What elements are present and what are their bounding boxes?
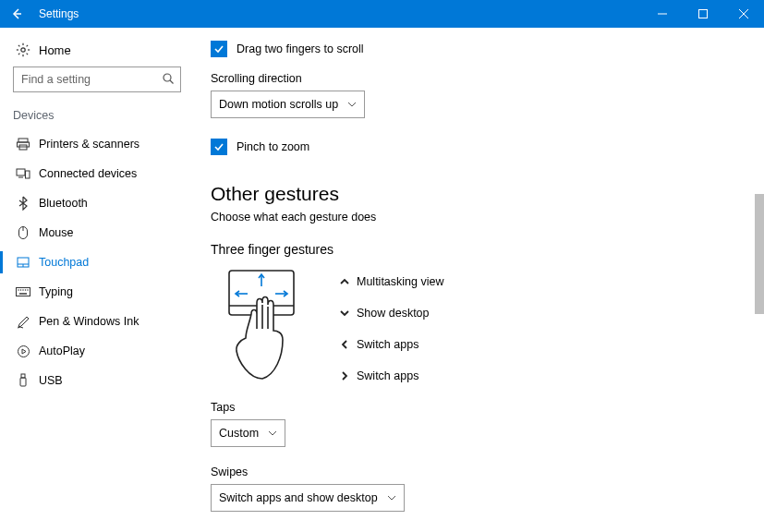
search-placeholder: Find a setting — [21, 73, 91, 86]
sidebar-item-label: USB — [39, 374, 63, 387]
sidebar-item-touchpad[interactable]: Touchpad — [0, 248, 194, 277]
chevron-right-icon — [333, 370, 357, 381]
taps-label: Taps — [211, 401, 736, 414]
sidebar-item-mouse[interactable]: Mouse — [0, 218, 194, 248]
svg-rect-35 — [21, 374, 25, 378]
mouse-icon — [13, 225, 33, 240]
svg-line-12 — [27, 45, 29, 47]
sidebar-item-label: Mouse — [39, 226, 74, 239]
taps-select[interactable]: Custom — [211, 419, 285, 447]
bluetooth-icon — [13, 196, 33, 211]
scrollbar-thumb[interactable] — [755, 194, 764, 314]
three-finger-illustration — [211, 266, 321, 392]
gesture-left-row: Switch apps — [333, 329, 443, 360]
check-icon — [213, 141, 224, 152]
sidebar-item-typing[interactable]: Typing — [0, 277, 194, 307]
maximize-icon — [698, 9, 708, 18]
window-controls — [642, 0, 764, 28]
keyboard-icon — [13, 287, 33, 296]
gesture-left-label: Switch apps — [357, 338, 418, 351]
swipes-label: Swipes — [211, 466, 736, 478]
sidebar-section-header: Devices — [0, 109, 194, 129]
checkbox-drag-scroll[interactable] — [211, 41, 227, 57]
three-finger-heading: Three finger gestures — [211, 242, 736, 257]
sidebar-item-label: Connected devices — [39, 167, 137, 180]
home-button[interactable]: Home — [0, 37, 194, 66]
select-value: Down motion scrolls up — [219, 98, 338, 111]
sidebar-item-label: Printers & scanners — [39, 138, 139, 151]
checkbox-label: Drag two fingers to scroll — [236, 42, 364, 55]
checkbox-pinch-zoom[interactable] — [211, 139, 227, 155]
chevron-down-icon — [347, 102, 357, 107]
printer-icon — [13, 137, 33, 151]
svg-point-34 — [18, 345, 29, 357]
back-button[interactable] — [0, 0, 33, 28]
sidebar-item-label: Typing — [39, 285, 73, 298]
close-icon — [739, 9, 748, 18]
gesture-down-row: Show desktop — [333, 297, 443, 329]
gear-icon — [13, 42, 33, 57]
pen-icon — [13, 315, 33, 329]
content-area: Drag two fingers to scroll Scrolling dir… — [194, 28, 764, 532]
svg-line-10 — [18, 45, 20, 47]
swipes-select[interactable]: Switch apps and show desktop — [211, 484, 405, 512]
svg-line-11 — [27, 54, 29, 55]
svg-line-13 — [18, 54, 20, 55]
sidebar-item-label: Bluetooth — [39, 197, 88, 210]
checkbox-label: Pinch to zoom — [236, 140, 309, 153]
search-icon — [162, 72, 175, 85]
sidebar-item-autoplay[interactable]: AutoPlay — [0, 336, 194, 366]
chevron-down-icon — [333, 309, 357, 317]
sidebar-item-usb[interactable]: USB — [0, 366, 194, 395]
svg-rect-27 — [17, 288, 30, 296]
devices-icon — [13, 167, 33, 180]
chevron-down-icon — [387, 495, 396, 501]
close-button[interactable] — [723, 0, 764, 28]
sidebar: Home Find a setting Devices Printers & s… — [0, 28, 194, 532]
svg-rect-2 — [699, 10, 708, 18]
gesture-right-row: Switch apps — [333, 360, 443, 392]
other-gestures-desc: Choose what each gesture does — [211, 211, 736, 224]
maximize-button[interactable] — [683, 0, 723, 28]
sidebar-item-label: Touchpad — [39, 256, 89, 269]
title-bar: Settings — [0, 0, 764, 28]
minimize-icon — [658, 9, 667, 18]
usb-icon — [13, 373, 33, 388]
svg-rect-36 — [20, 378, 26, 386]
sidebar-item-pen[interactable]: Pen & Windows Ink — [0, 307, 194, 336]
svg-rect-16 — [18, 139, 28, 142]
chevron-left-icon — [333, 339, 357, 350]
svg-rect-20 — [26, 171, 30, 178]
check-icon — [213, 43, 224, 54]
gesture-up-label: Multitasking view — [357, 275, 443, 288]
svg-line-15 — [170, 80, 174, 84]
sidebar-item-printers[interactable]: Printers & scanners — [0, 129, 194, 159]
sidebar-item-connected-devices[interactable]: Connected devices — [0, 159, 194, 188]
home-label: Home — [39, 43, 71, 57]
svg-point-14 — [164, 74, 171, 81]
minimize-button[interactable] — [642, 0, 683, 28]
gesture-right-label: Switch apps — [357, 369, 418, 382]
sidebar-item-label: Pen & Windows Ink — [39, 315, 139, 328]
svg-rect-19 — [17, 169, 25, 175]
search-input[interactable]: Find a setting — [13, 66, 181, 92]
autoplay-icon — [13, 345, 33, 358]
select-value: Switch apps and show desktop — [219, 491, 378, 504]
scroll-direction-label: Scrolling direction — [211, 72, 736, 85]
scrollbar[interactable] — [753, 28, 764, 532]
other-gestures-heading: Other gestures — [211, 183, 736, 205]
sidebar-item-bluetooth[interactable]: Bluetooth — [0, 188, 194, 218]
arrow-left-icon — [10, 7, 23, 20]
window-title: Settings — [39, 7, 79, 20]
scroll-direction-select[interactable]: Down motion scrolls up — [211, 91, 365, 118]
touchpad-icon — [13, 257, 33, 268]
chevron-down-icon — [268, 430, 277, 436]
select-value: Custom — [219, 427, 259, 440]
gesture-down-label: Show desktop — [357, 307, 430, 320]
gesture-up-row: Multitasking view — [333, 266, 443, 297]
svg-point-5 — [21, 48, 25, 52]
chevron-up-icon — [333, 278, 357, 285]
sidebar-item-label: AutoPlay — [39, 345, 85, 357]
